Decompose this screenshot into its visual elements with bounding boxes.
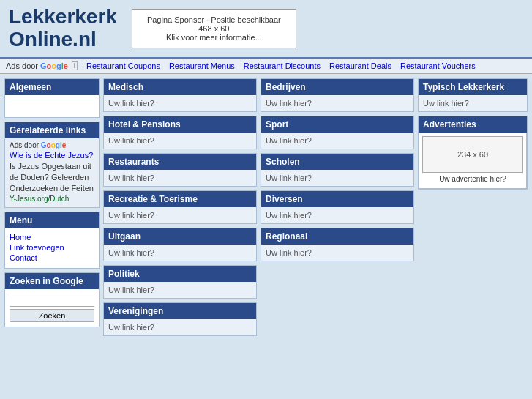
ads-icon: i	[72, 61, 78, 70]
cat-regionaal-header: Regionaal	[261, 228, 413, 245]
cat-sport-body[interactable]: Uw link hier?	[261, 133, 413, 149]
cat-medisch-header: Medisch	[104, 79, 256, 95]
cat-medisch-body[interactable]: Uw link hier?	[104, 95, 256, 111]
cat-hotel-body[interactable]: Uw link hier?	[104, 133, 256, 149]
cat-scholen: Scholen Uw link hier?	[261, 153, 414, 187]
menu-home[interactable]: Home	[10, 233, 94, 242]
cat-medisch: Medisch Uw link hier?	[103, 78, 257, 112]
ads-link-deals[interactable]: Restaurant Deals	[329, 61, 391, 70]
ads-logo: Ads door Google i	[6, 61, 78, 70]
ads-bar: Ads door Google i Restaurant Coupons Res…	[0, 57, 532, 74]
cat-sport-header: Sport	[261, 116, 413, 133]
cat-recreatie-body[interactable]: Uw link hier?	[104, 207, 256, 223]
ads-link-menus[interactable]: Restaurant Menus	[169, 61, 235, 70]
sponsor-line1: Pagina Sponsor · Positie beschikbaar	[147, 15, 281, 24]
cat-scholen-body[interactable]: Uw link hier?	[261, 170, 413, 186]
cat-bedrijven-body[interactable]: Uw link hier?	[261, 95, 413, 111]
sidebar-link-url[interactable]: Y-Jesus.org/Dutch	[10, 195, 94, 203]
typisch-header: Typisch Lekkerkerk	[419, 79, 527, 95]
menu-content: Home Link toevoegen Contact	[5, 228, 99, 268]
cat-politiek: Politiek Uw link hier?	[103, 265, 257, 299]
search-content: Zoeken	[5, 289, 99, 327]
sidebar-link-desc: Is Jezus Opgestaan uit de Doden? Geleerd…	[10, 161, 94, 195]
logo-line1: Lekkerkerk	[9, 5, 117, 28]
sidebar-link-jezus[interactable]: Wie is de Echte Jezus?	[10, 151, 94, 160]
cat-recreatie: Recreatie & Toerisme Uw link hier?	[103, 190, 257, 224]
advertenties-header: Advertenties	[419, 116, 527, 133]
menu-link-toevoegen[interactable]: Link toevoegen	[10, 243, 94, 252]
cat-regionaal-body[interactable]: Uw link hier?	[261, 245, 413, 261]
menu-contact[interactable]: Contact	[10, 253, 94, 262]
category-col2: Bedrijven Uw link hier? Sport Uw link hi…	[261, 78, 414, 336]
typisch-block: Typisch Lekkerkerk Uw link hier?	[418, 78, 528, 112]
ad-size-label: 234 x 60	[422, 136, 523, 173]
cat-uitgaan-body[interactable]: Uw link hier?	[104, 245, 256, 261]
ads-link-discounts[interactable]: Restaurant Discounts	[244, 61, 321, 70]
right-sidebar: Typisch Lekkerkerk Uw link hier? Adverte…	[418, 78, 528, 336]
advertenties-block: Advertenties 234 x 60 Uw advertentie hie…	[418, 116, 528, 190]
gerelateerde-content: Ads door Google Wie is de Echte Jezus? I…	[5, 138, 99, 207]
cat-politiek-header: Politiek	[104, 266, 256, 282]
cat-verenigingen-body[interactable]: Uw link hier?	[104, 319, 256, 335]
menu-section: Menu Home Link toevoegen Contact	[4, 212, 100, 269]
logo-line2: Online.nl	[9, 29, 117, 51]
cat-diversen: Diversen Uw link hier?	[261, 190, 414, 224]
category-col1: Medisch Uw link hier? Hotel & Pensions U…	[103, 78, 257, 336]
google-text: Google	[40, 61, 68, 70]
cat-verenigingen: Verenigingen Uw link hier?	[103, 302, 257, 336]
algemeen-header: Algemeen	[5, 79, 99, 95]
gerelateerde-header: Gerelateerde links	[5, 122, 99, 138]
search-button[interactable]: Zoeken	[10, 309, 94, 322]
site-logo: Lekkerkerk Online.nl	[9, 6, 117, 51]
ads-link-coupons[interactable]: Restaurant Coupons	[86, 61, 160, 70]
menu-header: Menu	[5, 212, 99, 228]
cat-uitgaan-header: Uitgaan	[104, 228, 256, 245]
cat-sport: Sport Uw link hier?	[261, 116, 414, 149]
ads-label: Ads door	[6, 61, 38, 70]
cat-restaurants: Restaurants Uw link hier?	[103, 153, 257, 187]
search-header: Zoeken in Google	[5, 273, 99, 289]
search-input[interactable]	[10, 294, 94, 307]
sponsor-line3: Klik voor meer informatie...	[147, 33, 281, 42]
ads-link-vouchers[interactable]: Restaurant Vouchers	[400, 61, 476, 70]
sponsor-line2: 468 x 60	[147, 24, 281, 33]
cat-regionaal: Regionaal Uw link hier?	[261, 228, 414, 261]
sponsor-box: Pagina Sponsor · Positie beschikbaar 468…	[132, 9, 296, 48]
algemeen-body	[5, 95, 99, 117]
cat-bedrijven: Bedrijven Uw link hier?	[261, 78, 414, 112]
cat-diversen-body[interactable]: Uw link hier?	[261, 207, 413, 223]
gerelateerde-section: Gerelateerde links Ads door Google Wie i…	[4, 122, 100, 208]
ads-sidebar-label: Ads door Google	[10, 141, 94, 149]
ad-caption[interactable]: Uw advertentie hier?	[422, 173, 523, 185]
search-section: Zoeken in Google Zoeken	[4, 272, 100, 327]
cat-politiek-body[interactable]: Uw link hier?	[104, 282, 256, 298]
cat-verenigingen-header: Verenigingen	[104, 303, 256, 319]
cat-bedrijven-header: Bedrijven	[261, 79, 413, 95]
center-content: Medisch Uw link hier? Hotel & Pensions U…	[103, 78, 414, 336]
cat-diversen-header: Diversen	[261, 191, 413, 207]
cat-restaurants-header: Restaurants	[104, 154, 256, 170]
cat-recreatie-header: Recreatie & Toerisme	[104, 191, 256, 207]
algemeen-section: Algemeen	[4, 78, 100, 118]
ad-box: 234 x 60 Uw advertentie hier?	[419, 133, 527, 189]
cat-hotel-header: Hotel & Pensions	[104, 116, 256, 133]
cat-scholen-header: Scholen	[261, 154, 413, 170]
typisch-body[interactable]: Uw link hier?	[419, 95, 527, 111]
cat-hotel: Hotel & Pensions Uw link hier?	[103, 116, 257, 149]
left-sidebar: Algemeen Gerelateerde links Ads door Goo…	[4, 78, 100, 336]
cat-restaurants-body[interactable]: Uw link hier?	[104, 170, 256, 186]
cat-uitgaan: Uitgaan Uw link hier?	[103, 228, 257, 261]
